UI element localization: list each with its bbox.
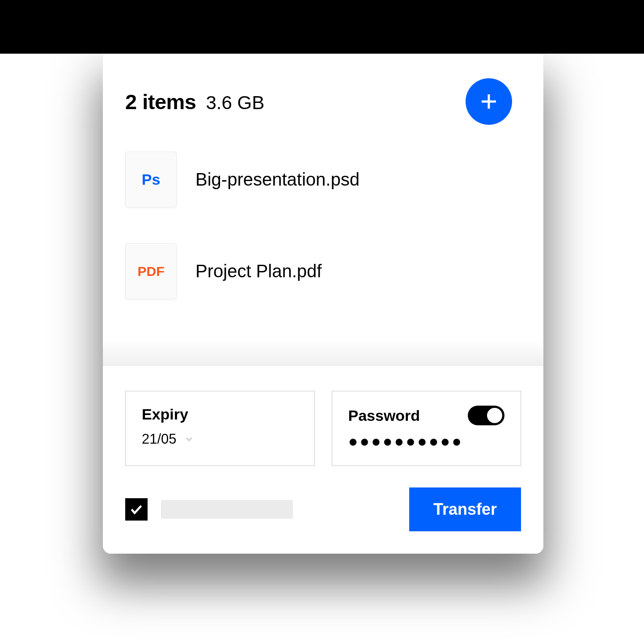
expiry-label: Expiry bbox=[142, 406, 298, 423]
password-masked-value[interactable]: ●●●●●●●●●● bbox=[348, 433, 505, 449]
card-header: 2 items 3.6 GB bbox=[103, 54, 543, 138]
password-label: Password bbox=[348, 407, 420, 424]
toggle-knob bbox=[487, 408, 502, 423]
pdf-file-icon: PDF bbox=[125, 243, 177, 299]
check-icon bbox=[129, 502, 144, 517]
photoshop-file-icon: Ps bbox=[125, 152, 177, 208]
password-toggle[interactable] bbox=[468, 406, 504, 425]
placeholder-text-bar bbox=[161, 500, 293, 519]
plus-icon bbox=[478, 91, 500, 112]
top-black-bar bbox=[0, 0, 644, 54]
transfer-button[interactable]: Transfer bbox=[409, 487, 521, 531]
password-option: Password ●●●●●●●●●● bbox=[332, 391, 521, 466]
file-item[interactable]: Ps Big-presentation.psd bbox=[125, 152, 521, 208]
file-list: Ps Big-presentation.psd PDF Project Plan… bbox=[103, 138, 543, 357]
action-left bbox=[125, 498, 293, 521]
options-panel: Expiry 21/05 Password ●●●●●●●●●● bbox=[103, 366, 543, 554]
action-row: Transfer bbox=[125, 487, 521, 531]
file-item[interactable]: PDF Project Plan.pdf bbox=[125, 243, 521, 299]
expiry-option[interactable]: Expiry 21/05 bbox=[125, 391, 315, 466]
transfer-card: 2 items 3.6 GB Ps Big-presentation.psd P… bbox=[103, 54, 543, 554]
header-summary: 2 items 3.6 GB bbox=[125, 89, 264, 114]
file-name: Project Plan.pdf bbox=[195, 261, 322, 281]
password-header: Password bbox=[348, 406, 505, 425]
section-divider bbox=[103, 339, 543, 366]
add-button[interactable] bbox=[466, 78, 512, 125]
expiry-value: 21/05 bbox=[142, 431, 177, 447]
terms-checkbox[interactable] bbox=[125, 498, 148, 521]
options-row: Expiry 21/05 Password ●●●●●●●●●● bbox=[125, 391, 521, 466]
item-count: 2 items bbox=[125, 89, 196, 114]
expiry-value-row: 21/05 bbox=[142, 431, 298, 447]
file-name: Big-presentation.psd bbox=[195, 169, 360, 190]
total-size: 3.6 GB bbox=[206, 92, 264, 114]
chevron-down-icon bbox=[184, 434, 195, 445]
